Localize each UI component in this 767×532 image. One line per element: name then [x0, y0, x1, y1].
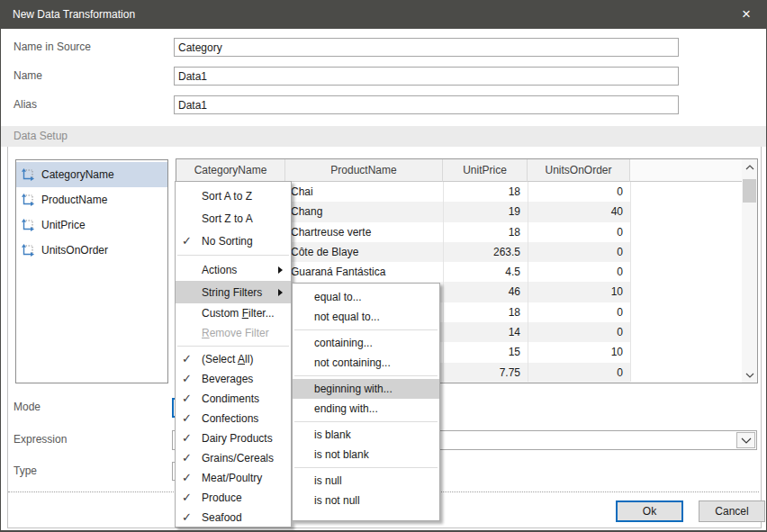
menu-item-confections[interactable]: ✓Confections [176, 409, 291, 428]
table-cell: 263.5 [443, 242, 528, 262]
field-label: CategoryName [41, 168, 114, 181]
field-label: ProductName [41, 194, 107, 206]
name-in-source-input[interactable] [174, 38, 679, 57]
field-list-item-productname[interactable]: ProductName [16, 187, 167, 212]
alias-input[interactable] [174, 95, 679, 114]
menu-item-not-equal-to[interactable]: not equal to... [293, 307, 439, 327]
menu-item-string-filters[interactable]: String Filters [176, 281, 291, 303]
scroll-down-icon[interactable] [742, 367, 757, 383]
menu-item-custom-filter[interactable]: Custom Filter... [176, 303, 291, 323]
table-cell: 18 [443, 302, 528, 322]
check-icon: ✓ [182, 392, 192, 405]
field-label: UnitsOnOrder [41, 244, 108, 257]
grid-line [443, 182, 444, 382]
table-cell: Guaraná Fantástica [285, 262, 443, 282]
table-cell: 10 [528, 342, 630, 362]
menu-item-containing[interactable]: containing... [293, 333, 439, 353]
menu-item-is-not-blank[interactable]: is not blank [293, 445, 439, 464]
table-cell: 0 [528, 242, 630, 262]
field-label: UnitPrice [41, 219, 86, 231]
menu-item-produce[interactable]: ✓Produce [176, 488, 291, 508]
check-icon: ✓ [182, 451, 192, 464]
menu-item-sort-a-to-z[interactable]: Sort A to Z [176, 185, 291, 207]
menu-item-beginning-with[interactable]: beginning with... [293, 379, 439, 399]
axis-field-icon [21, 168, 34, 182]
name-input[interactable] [174, 67, 679, 86]
menu-item-label: String Filters [202, 286, 262, 299]
menu-item-label: not equal to... [314, 311, 380, 323]
field-list-item-unitsonorder[interactable]: UnitsOnOrder [16, 238, 167, 263]
menu-item-label: is blank [314, 428, 351, 441]
menu-item-label: Produce [202, 491, 242, 504]
menu-item-not-containing[interactable]: not containing... [293, 353, 439, 373]
cancel-button[interactable]: Cancel [699, 500, 765, 522]
vertical-scrollbar[interactable] [742, 159, 757, 383]
menu-item-label: Condiments [202, 392, 259, 405]
menu-separator [294, 329, 438, 330]
name-label: Name [14, 67, 42, 86]
menu-item-is-null[interactable]: is null [293, 471, 439, 491]
menu-item-condiments[interactable]: ✓Condiments [176, 389, 291, 409]
menu-item-meat-poultry[interactable]: ✓Meat/Poultry [176, 468, 291, 488]
menu-item-select-all[interactable]: ✓(Select All) [176, 349, 291, 369]
expression-dropdown-button[interactable] [736, 432, 755, 448]
table-cell: 0 [528, 322, 630, 342]
check-icon: ✓ [182, 411, 192, 425]
menu-item-sort-z-to-a[interactable]: Sort Z to A [176, 207, 291, 230]
chevron-down-icon [741, 437, 752, 444]
table-cell: Côte de Blaye [285, 242, 443, 262]
menu-item-label: (Select All) [202, 353, 253, 365]
string-filters-submenu: equal to...not equal to...containing...n… [292, 283, 440, 521]
column-header-categoryname[interactable]: CategoryName [176, 159, 285, 182]
table-cell: Chartreuse verte [285, 222, 443, 242]
scrollbar-thumb[interactable] [743, 179, 756, 203]
table-cell: 18 [443, 222, 528, 242]
menu-item-ending-with[interactable]: ending with... [293, 399, 439, 419]
menu-item-label: is not null [314, 494, 360, 507]
menu-item-label: Grains/Cereals [202, 452, 274, 464]
column-context-menu: Sort A to ZSort Z to A✓No SortingActions… [175, 181, 292, 527]
menu-item-beverages[interactable]: ✓Beverages [176, 369, 291, 389]
data-setup-section-header: Data Setup [1, 126, 766, 147]
field-list-item-unitprice[interactable]: UnitPrice [16, 212, 167, 238]
menu-item-equal-to[interactable]: equal to... [293, 287, 439, 307]
column-header-productname[interactable]: ProductName [285, 159, 443, 182]
data-setup-title: Data Setup [14, 126, 68, 147]
menu-item-dairy-products[interactable]: ✓Dairy Products [176, 428, 291, 448]
table-cell: 0 [528, 262, 630, 282]
table-cell: 0 [528, 363, 630, 383]
table-cell: Chang [285, 202, 443, 221]
table-cell: 19 [443, 202, 528, 221]
menu-item-seafood[interactable]: ✓Seafood [176, 508, 291, 527]
table-cell: Chai [285, 182, 443, 202]
menu-item-label: Sort Z to A [202, 212, 253, 225]
menu-item-label: is not blank [314, 448, 369, 461]
menu-item-is-blank[interactable]: is blank [293, 425, 439, 445]
column-header-unitsonorder[interactable]: UnitsOnOrder [528, 159, 630, 182]
type-label: Type [14, 462, 37, 481]
table-cell: 7.75 [443, 363, 528, 383]
table-cell: 10 [528, 282, 630, 302]
close-icon[interactable]: × [730, 1, 762, 29]
check-icon: ✓ [182, 491, 192, 504]
menu-item-is-not-null[interactable]: is not null [293, 491, 439, 510]
table-cell: 0 [528, 302, 630, 322]
menu-item-no-sorting[interactable]: ✓No Sorting [176, 230, 291, 252]
field-list: CategoryNameProductNameUnitPriceUnitsOnO… [15, 159, 168, 383]
column-header-unitprice[interactable]: UnitPrice [443, 159, 528, 182]
menu-item-label: equal to... [314, 291, 362, 303]
ok-button[interactable]: Ok [616, 500, 683, 522]
check-icon: ✓ [182, 234, 192, 248]
menu-item-label: not containing... [314, 356, 391, 369]
name-in-source-label: Name in Source [14, 38, 91, 57]
table-cell: 15 [443, 342, 528, 362]
field-list-item-categoryname[interactable]: CategoryName [16, 162, 167, 187]
menu-item-label: ending with... [314, 402, 378, 415]
grid-line [630, 182, 631, 382]
menu-item-label: Custom Filter... [202, 307, 275, 320]
menu-item-actions[interactable]: Actions [176, 258, 291, 281]
table-cell: 0 [528, 222, 630, 242]
scroll-up-icon[interactable] [742, 159, 757, 175]
menu-item-grains-cereals[interactable]: ✓Grains/Cereals [176, 448, 291, 468]
menu-separator [294, 375, 438, 376]
